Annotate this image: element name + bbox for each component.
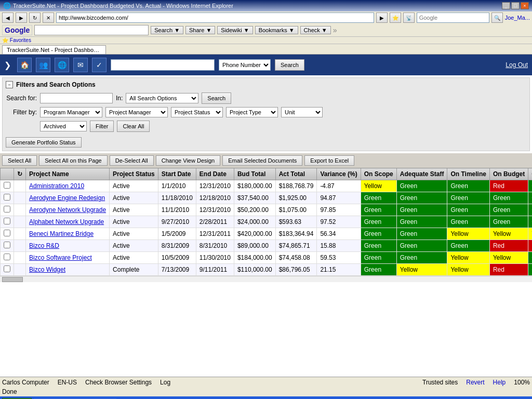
project-table-container[interactable]: ↻ Project Name Project Status Start Date… <box>0 168 532 276</box>
row-start-date: 1/5/2009 <box>158 228 196 240</box>
help-button[interactable]: Help <box>493 379 506 386</box>
email-selected-button[interactable]: Email Selected Documents <box>222 155 302 166</box>
row-project-name[interactable]: Aerodyne Engine Redesign <box>26 192 110 204</box>
row-checkbox[interactable] <box>1 204 14 216</box>
row-project-name[interactable]: Administration 2010 <box>26 180 110 192</box>
row-cr: Green <box>528 180 532 192</box>
unit-dropdown[interactable]: Unit <box>281 107 323 117</box>
toolbar-search-dropdown[interactable]: Phone Number Name Email <box>219 59 271 71</box>
back-button[interactable]: ◀ <box>2 12 14 23</box>
go-button[interactable]: ▶ <box>376 12 388 23</box>
users-icon[interactable]: 👥 <box>36 58 50 72</box>
home-icon[interactable]: 🏠 <box>17 58 32 72</box>
col-cr[interactable]: Cr <box>528 168 532 180</box>
row-checkbox[interactable] <box>1 240 14 252</box>
row-variance: 97.85 <box>317 204 361 216</box>
search-button[interactable]: Search <box>202 92 231 104</box>
mail-icon[interactable]: ✉ <box>73 58 88 72</box>
row-checkbox[interactable] <box>1 216 14 228</box>
filter-button[interactable]: Filter <box>90 121 114 132</box>
favorites-label[interactable]: ⭐ Favorites <box>2 37 31 43</box>
row-checkbox[interactable] <box>1 180 14 192</box>
project-status-dropdown[interactable]: Project Status <box>171 107 223 117</box>
row-variance: -4.87 <box>317 180 361 192</box>
row-checkbox[interactable] <box>1 228 14 240</box>
select-all-page-button[interactable]: Select All on this Page <box>39 155 107 166</box>
row-adequate-staff: Green <box>396 204 447 216</box>
col-project-name[interactable]: Project Name <box>26 168 110 180</box>
row-variance: 94.87 <box>317 192 361 204</box>
sidewiki-button[interactable]: Sidewiki ▼ <box>217 26 252 34</box>
maximize-button[interactable]: □ <box>511 2 520 9</box>
col-refresh[interactable]: ↻ <box>14 168 26 180</box>
col-bud-total[interactable]: Bud Total <box>234 168 275 180</box>
check-button[interactable]: Check ▼ <box>300 26 331 34</box>
share-button[interactable]: Share ▼ <box>185 26 215 34</box>
row-end-date: 11/30/2010 <box>196 252 234 264</box>
generate-portfolio-button[interactable]: Generate Portfolio Status <box>6 137 82 148</box>
refresh-button[interactable]: ↻ <box>29 12 41 23</box>
project-manager-dropdown[interactable]: Project Manager <box>105 107 168 117</box>
browser-search-button[interactable]: 🔍 <box>491 12 503 23</box>
nav-arrow[interactable]: ❯ <box>4 60 11 70</box>
minimize-button[interactable]: _ <box>502 2 510 9</box>
toolbar-search-button[interactable]: Search <box>275 59 304 71</box>
toolbar-search-input[interactable] <box>111 59 215 71</box>
search-for-input[interactable] <box>40 93 113 103</box>
active-tab[interactable]: TrackerSuite.Net - Project Dashboard Bud… <box>2 45 106 54</box>
logout-button[interactable]: Log Out <box>506 61 528 69</box>
col-on-scope[interactable]: On Scope <box>361 168 396 180</box>
row-project-name[interactable]: Beneci Martinez Bridge <box>26 228 110 240</box>
horizontal-scrollbar[interactable] <box>0 276 532 282</box>
archived-dropdown[interactable]: Archived <box>40 121 87 131</box>
col-end-date[interactable]: End Date <box>196 168 234 180</box>
deselect-all-button[interactable]: De-Select All <box>110 155 154 166</box>
row-checkbox[interactable] <box>1 264 14 276</box>
close-button[interactable]: × <box>521 2 529 9</box>
program-manager-dropdown[interactable]: Program Manager <box>40 107 102 117</box>
export-excel-button[interactable]: Export to Excel <box>304 155 354 166</box>
row-on-scope: Green <box>361 204 396 216</box>
user-label[interactable]: Joe_Ma... <box>505 15 530 21</box>
row-variance: 21.15 <box>317 264 361 276</box>
row-project-name[interactable]: Bizco Widget <box>26 264 110 276</box>
col-on-budget[interactable]: On Budget <box>489 168 528 180</box>
col-adequate-staff[interactable]: Adequate Staff <box>396 168 447 180</box>
row-project-name[interactable]: Aerodyne Network Upgrade <box>26 204 110 216</box>
row-project-name[interactable]: Bizco R&D <box>26 240 110 252</box>
browser-search-input[interactable] <box>417 12 489 23</box>
row-end-date: 2/28/2011 <box>196 216 234 228</box>
add-favorites-button[interactable]: ⭐ <box>390 12 401 23</box>
revert-button[interactable]: Revert <box>466 379 484 386</box>
rss-button[interactable]: 📡 <box>403 12 415 23</box>
check-icon[interactable]: ✓ <box>92 58 107 72</box>
google-search-button[interactable]: Search ▼ <box>151 26 183 34</box>
google-search-input[interactable] <box>34 25 149 35</box>
in-dropdown[interactable]: All Search Options <box>126 93 198 103</box>
zoom-level: 100% <box>514 379 530 386</box>
clear-all-button[interactable]: Clear All <box>117 121 150 132</box>
scrollbar-thumb[interactable] <box>2 277 23 282</box>
forward-button[interactable]: ▶ <box>16 12 27 23</box>
bookmarks-button[interactable]: Bookmarks ▼ <box>255 26 298 34</box>
row-checkbox[interactable] <box>1 252 14 264</box>
address-bar[interactable] <box>56 12 374 23</box>
project-type-dropdown[interactable]: Project Type <box>226 107 278 117</box>
row-project-name[interactable]: Alphabet Network Upgrade <box>26 216 110 228</box>
row-checkbox[interactable] <box>1 192 14 204</box>
globe-icon[interactable]: 🌐 <box>55 58 69 72</box>
select-all-button[interactable]: Select All <box>2 155 37 166</box>
col-act-total[interactable]: Act Total <box>275 168 317 180</box>
change-view-button[interactable]: Change View Design <box>156 155 221 166</box>
col-start-date[interactable]: Start Date <box>158 168 196 180</box>
col-variance[interactable]: Variance (%) <box>317 168 361 180</box>
row-bud-total: $50,200.00 <box>234 204 275 216</box>
col-on-timeline[interactable]: On Timeline <box>447 168 489 180</box>
row-project-name[interactable]: Bizco Software Project <box>26 252 110 264</box>
stop-button[interactable]: ✕ <box>43 12 54 23</box>
collapse-button[interactable]: − <box>6 81 13 88</box>
row-status: Active <box>110 216 158 228</box>
window-controls[interactable]: _ □ × <box>502 2 529 9</box>
col-project-status[interactable]: Project Status <box>110 168 158 180</box>
main-scroll-area[interactable]: − Filters and Search Options Search for:… <box>0 75 532 377</box>
